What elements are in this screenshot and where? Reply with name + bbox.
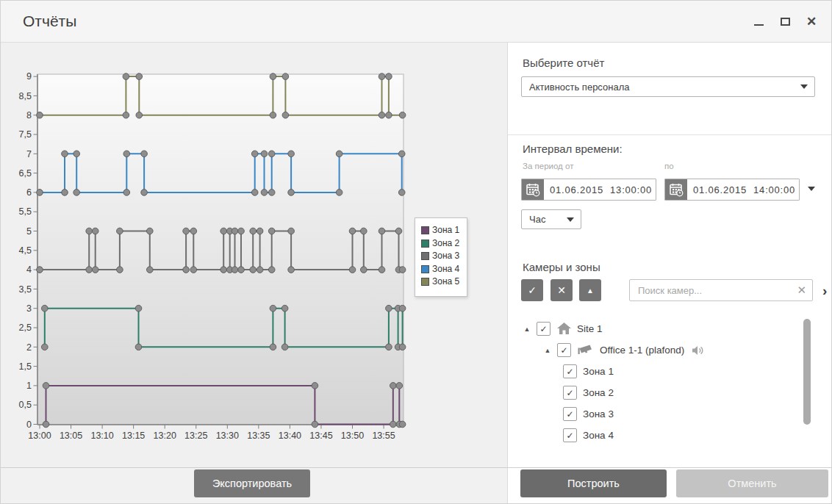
footer-right: Построить Отменить	[508, 468, 831, 504]
report-select[interactable]: Активность персонала	[521, 76, 815, 97]
tree-row: ✓Зона 3	[508, 403, 814, 425]
camera-search: ✕	[629, 279, 813, 301]
tree-checkbox[interactable]: ✓	[563, 428, 577, 442]
settings-panel: Выберите отчёт Активность персонала Инте…	[508, 43, 831, 467]
chevron-down-icon	[567, 217, 574, 222]
svg-text:7: 7	[26, 149, 32, 159]
chart-panel: 00,511,522,533,544,555,566,577,588,5913:…	[1, 43, 508, 467]
legend-swatch	[421, 265, 429, 273]
legend-item: Зона 3	[421, 250, 459, 263]
svg-text:3: 3	[26, 303, 32, 314]
check-icon: ✓	[528, 284, 537, 296]
granularity-value: Час	[529, 214, 545, 225]
export-button[interactable]: Экспортировать	[194, 469, 310, 497]
select-all-button[interactable]: ✓	[521, 279, 543, 301]
reports-window: Отчёты ✕ 00,511,522,533,544,555,566,577,…	[0, 0, 832, 504]
tree-item-label[interactable]: Зона 3	[583, 408, 614, 420]
cancel-button[interactable]: Отменить	[676, 469, 828, 497]
svg-text:4: 4	[26, 264, 32, 275]
legend-label: Зона 1	[432, 224, 459, 237]
svg-text:8,5: 8,5	[19, 91, 32, 101]
expander-icon[interactable]: ▲	[542, 347, 553, 354]
triangle-up-icon: ▲	[587, 287, 594, 295]
tree-item-label[interactable]: Site 1	[577, 323, 603, 334]
period-from-label: За период от	[523, 162, 573, 170]
legend-swatch	[421, 240, 429, 248]
svg-text:13:15: 13:15	[122, 431, 145, 441]
home-icon	[557, 323, 571, 335]
expander-icon[interactable]: ▲	[522, 325, 532, 333]
svg-text:5: 5	[26, 226, 32, 237]
maximize-button[interactable]	[775, 12, 795, 31]
divider	[508, 134, 831, 135]
tree-checkbox[interactable]: ✓	[563, 407, 577, 421]
window-title: Отчёты	[23, 12, 76, 30]
minimize-icon	[754, 24, 764, 26]
legend-label: Зона 4	[432, 263, 459, 276]
svg-text:13:40: 13:40	[279, 431, 301, 441]
tree-row: ▲✓Site 1	[508, 318, 814, 339]
legend-label: Зона 3	[432, 250, 459, 263]
svg-text:3,5: 3,5	[19, 284, 32, 295]
legend-item: Зона 5	[421, 276, 459, 289]
period-to-label: по	[664, 162, 674, 170]
datetime-from-field[interactable]: 01.06.2015 13:00:00	[521, 179, 656, 201]
tree-checkbox[interactable]: ✓	[563, 364, 577, 378]
interval-title: Интервал времени:	[523, 143, 623, 155]
cross-icon: ✕	[557, 284, 566, 296]
svg-text:0: 0	[26, 420, 32, 430]
legend-item: Зона 4	[421, 263, 459, 276]
svg-text:6,5: 6,5	[19, 168, 32, 179]
tree-item-label[interactable]: Зона 1	[583, 366, 614, 377]
camera-search-input[interactable]	[636, 284, 797, 297]
build-button[interactable]: Построить	[520, 469, 667, 497]
datetime-to-field[interactable]: 01.06.2015 14:00:00	[664, 179, 800, 201]
svg-text:0,5: 0,5	[19, 400, 32, 410]
chevron-down-icon	[800, 84, 808, 89]
title-bar: Отчёты ✕	[1, 1, 831, 43]
camera-icon	[578, 345, 594, 356]
svg-text:13:20: 13:20	[154, 431, 176, 441]
footer-bar: Экспортировать Построить Отменить	[1, 467, 831, 504]
granularity-select[interactable]: Час	[521, 209, 581, 229]
svg-text:8: 8	[26, 110, 32, 120]
footer-left: Экспортировать	[1, 468, 508, 504]
tree-row: ✓Зона 4	[508, 425, 814, 446]
interval-expand-caret-icon[interactable]	[808, 187, 815, 191]
to-time-value: 14:00:00	[753, 184, 795, 195]
tree-item-label[interactable]: Зона 4	[583, 430, 614, 441]
tree-scrollbar[interactable]	[803, 319, 811, 425]
svg-text:1,5: 1,5	[19, 361, 32, 372]
svg-text:13:05: 13:05	[60, 431, 82, 441]
deselect-all-button[interactable]: ✕	[551, 279, 573, 301]
camera-tree: ▲✓Site 1▲✓Office 1-1 (plafond)✓Зона 1✓Зо…	[508, 318, 814, 446]
calendar-icon[interactable]	[665, 179, 687, 200]
svg-text:13:55: 13:55	[372, 431, 395, 441]
tree-checkbox[interactable]: ✓	[537, 322, 551, 336]
from-time-value: 13:00:00	[610, 184, 652, 195]
svg-text:7,5: 7,5	[19, 129, 32, 140]
legend-item: Зона 2	[421, 237, 459, 251]
legend-swatch	[421, 252, 429, 260]
tree-row: ▲✓Office 1-1 (plafond)	[508, 339, 814, 361]
tree-checkbox[interactable]: ✓	[563, 386, 577, 400]
calendar-icon[interactable]	[522, 179, 544, 200]
legend-label: Зона 2	[432, 237, 459, 251]
svg-text:2,5: 2,5	[19, 323, 32, 333]
svg-text:2: 2	[26, 342, 32, 353]
tree-item-label[interactable]: Office 1-1 (plafond)	[600, 345, 684, 356]
tree-item-label[interactable]: Зона 2	[583, 387, 614, 398]
collapse-all-button[interactable]: ▲	[579, 279, 601, 301]
svg-text:13:45: 13:45	[309, 431, 332, 441]
legend-item: Зона 1	[421, 224, 459, 237]
tree-row: ✓Зона 2	[508, 382, 814, 403]
panel-expand-chevron-icon[interactable]: ›	[822, 283, 827, 299]
clear-search-icon[interactable]: ✕	[797, 284, 806, 297]
svg-text:13:50: 13:50	[341, 431, 364, 441]
svg-text:4,5: 4,5	[19, 245, 32, 256]
tree-checkbox[interactable]: ✓	[557, 343, 571, 357]
close-button[interactable]: ✕	[802, 12, 821, 31]
report-select-label: Выберите отчёт	[523, 57, 604, 69]
minimize-button[interactable]	[749, 12, 768, 31]
svg-text:13:25: 13:25	[184, 431, 207, 441]
